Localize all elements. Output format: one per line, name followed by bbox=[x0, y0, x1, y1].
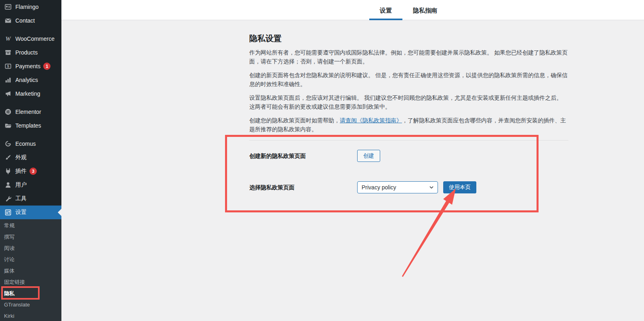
ecomus-icon bbox=[4, 140, 12, 148]
plugins-badge: 3 bbox=[29, 168, 37, 175]
sidebar-item-label: 外观 bbox=[15, 154, 27, 161]
sidebar-item-label: 设置 bbox=[15, 209, 27, 216]
privacy-tabs-bar: 设置 隐私指南 bbox=[61, 0, 644, 20]
menu-separator bbox=[0, 27, 61, 32]
privacy-page-select-wrap: Privacy policy bbox=[357, 181, 438, 193]
tabs: 设置 隐私指南 bbox=[249, 0, 568, 20]
sidebar-item-label: WooCommerce bbox=[15, 36, 55, 42]
sidebar-item-users[interactable]: 用户 bbox=[0, 178, 61, 192]
sidebar-item-label: 工具 bbox=[15, 195, 27, 202]
menu-separator bbox=[0, 101, 61, 105]
sidebar-item-flamingo[interactable]: Flamingo bbox=[0, 0, 61, 14]
sidebar-item-analytics[interactable]: Analytics bbox=[0, 73, 61, 87]
sidebar-item-label: Products bbox=[15, 49, 38, 56]
select-policy-label: 选择隐私政策页面 bbox=[249, 181, 357, 193]
sidebar-item-label: Elementor bbox=[15, 109, 41, 115]
paragraph-4-text: 创建您的隐私政策页面时如需帮助， bbox=[249, 117, 340, 124]
payments-badge: 1 bbox=[43, 63, 51, 70]
submenu-item-reading[interactable]: 阅读 bbox=[0, 243, 61, 254]
sidebar-item-appearance[interactable]: 外观 bbox=[0, 151, 61, 164]
sidebar-item-label: Templates bbox=[15, 122, 41, 129]
svg-text:$: $ bbox=[7, 64, 9, 68]
sidebar-item-settings[interactable]: 设置 bbox=[0, 206, 61, 219]
sidebar-item-label: Analytics bbox=[15, 77, 38, 83]
payments-icon: $ bbox=[4, 62, 12, 70]
wrench-icon bbox=[4, 195, 12, 203]
sidebar-item-label: Contact bbox=[15, 17, 35, 24]
sidebar-item-elementor[interactable]: Elementor bbox=[0, 105, 61, 119]
submenu-item-media[interactable]: 媒体 bbox=[0, 265, 61, 277]
create-policy-row: 创建新的隐私政策页面 创建 bbox=[249, 150, 568, 162]
intro-paragraph-2: 创建的新页面将包含对您隐私政策的说明和建议。 但是，您有责任正确使用这些资源，以… bbox=[249, 71, 568, 88]
flamingo-icon bbox=[4, 3, 12, 11]
mail-icon bbox=[4, 17, 12, 25]
sidebar-item-woocommerce[interactable]: W WooCommerce bbox=[0, 32, 61, 46]
sidebar-item-label: 用户 bbox=[15, 181, 27, 189]
privacy-page-select[interactable]: Privacy policy bbox=[357, 181, 438, 193]
use-this-page-button[interactable]: 使用本页 bbox=[443, 181, 476, 193]
page-title: 隐私设置 bbox=[249, 34, 568, 43]
sidebar-item-payments[interactable]: $ Payments 1 bbox=[0, 59, 61, 73]
sidebar-item-label: Flamingo bbox=[15, 4, 39, 10]
admin-sidebar: Flamingo Contact W WooCommerce Products … bbox=[0, 0, 61, 321]
analytics-bars-icon bbox=[4, 76, 12, 84]
privacy-guide-link[interactable]: 请查阅《隐私政策指南》 bbox=[340, 117, 402, 124]
submenu-item-gtranslate[interactable]: GTranslate bbox=[0, 299, 61, 311]
submenu-item-kirki[interactable]: Kirki bbox=[0, 311, 61, 321]
sidebar-item-label: Marketing bbox=[15, 90, 40, 97]
sidebar-item-label: 插件 bbox=[15, 168, 27, 175]
sidebar-item-products[interactable]: Products bbox=[0, 46, 61, 59]
sidebar-item-label: Ecomus bbox=[15, 141, 36, 147]
sidebar-item-templates[interactable]: Templates bbox=[0, 119, 61, 132]
sidebar-item-tools[interactable]: 工具 bbox=[0, 192, 61, 206]
create-page-button[interactable]: 创建 bbox=[357, 150, 380, 162]
megaphone-icon bbox=[4, 90, 12, 98]
submenu-item-permalinks[interactable]: 固定链接 bbox=[0, 277, 61, 288]
woocommerce-icon: W bbox=[4, 35, 12, 43]
sidebar-item-marketing[interactable]: Marketing bbox=[0, 87, 61, 101]
privacy-settings-content: 隐私设置 作为网站所有者，您可能需要遵守国内或国际隐私法律。例如，您可能需要创建… bbox=[249, 21, 568, 193]
section-divider bbox=[249, 140, 568, 141]
tab-settings[interactable]: 设置 bbox=[369, 0, 402, 20]
submenu-item-discussion[interactable]: 讨论 bbox=[0, 254, 61, 265]
users-icon bbox=[4, 181, 12, 189]
submenu-item-privacy[interactable]: 隐私 bbox=[0, 288, 61, 299]
intro-paragraph-4: 创建您的隐私政策页面时如需帮助，请查阅《隐私政策指南》，了解隐私政策页面应包含哪… bbox=[249, 116, 568, 134]
settings-submenu: 常规 撰写 阅读 讨论 媒体 固定链接 隐私 GTranslate Kirki bbox=[0, 219, 61, 321]
menu-separator bbox=[0, 132, 61, 137]
sidebar-item-ecomus[interactable]: Ecomus bbox=[0, 137, 61, 151]
elementor-icon bbox=[4, 108, 12, 116]
create-policy-label: 创建新的隐私政策页面 bbox=[249, 150, 357, 162]
sidebar-item-label: Payments bbox=[15, 63, 40, 69]
sidebar-item-plugins[interactable]: 插件 3 bbox=[0, 164, 61, 178]
sidebar-item-contact[interactable]: Contact bbox=[0, 14, 61, 27]
plugin-icon bbox=[4, 167, 12, 175]
settings-sliders-icon bbox=[4, 208, 12, 216]
submenu-item-general[interactable]: 常规 bbox=[0, 220, 61, 231]
paintbrush-icon bbox=[4, 153, 12, 162]
tab-privacy-guide[interactable]: 隐私指南 bbox=[402, 0, 448, 20]
intro-paragraph-3: 设置隐私政策页面后，您应该对其进行编辑。 我们建议您不时回顾您的隐私政策，尤其是… bbox=[249, 94, 568, 111]
select-policy-row: 选择隐私政策页面 Privacy policy 使用本页 bbox=[249, 181, 568, 193]
submenu-item-writing[interactable]: 撰写 bbox=[0, 231, 61, 243]
intro-paragraph-1: 作为网站所有者，您可能需要遵守国内或国际隐私法律。例如，您可能需要创建并展示隐私… bbox=[249, 48, 568, 66]
products-box-icon bbox=[4, 48, 12, 57]
folder-icon bbox=[4, 122, 12, 130]
